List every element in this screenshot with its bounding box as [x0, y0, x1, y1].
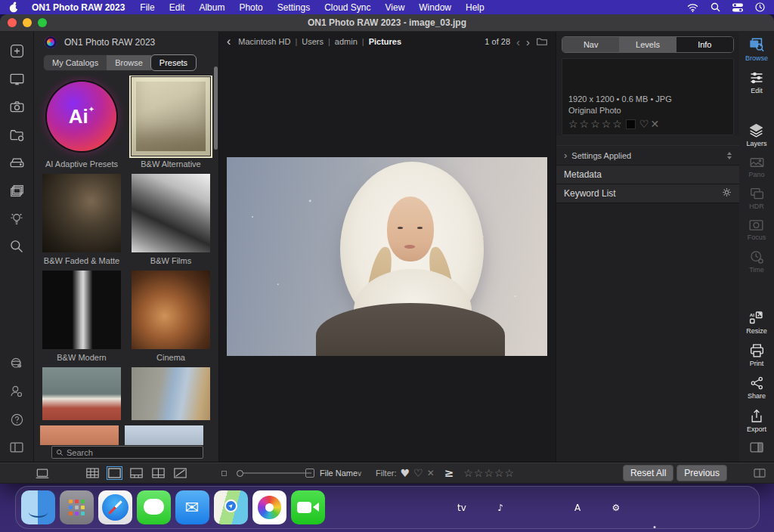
window-titlebar[interactable]: ON1 Photo RAW 2023 - image_03.jpg: [0, 14, 774, 32]
tab-info[interactable]: Info: [676, 37, 733, 52]
breadcrumb-admin[interactable]: admin: [335, 37, 358, 46]
module-edit[interactable]: Edit: [749, 70, 764, 94]
star-icon[interactable]: ☆: [568, 118, 578, 130]
preset-cinema[interactable]: Cinema: [129, 271, 212, 362]
star-icon[interactable]: ☆: [612, 118, 622, 130]
search-input[interactable]: Search: [51, 446, 203, 459]
close-window-button[interactable]: [8, 18, 17, 27]
star-icon[interactable]: ☆: [590, 118, 600, 130]
rating-threshold-icon[interactable]: ≥: [444, 466, 454, 480]
not-judged-filter-icon[interactable]: ♡: [413, 467, 423, 479]
stepper-icon[interactable]: [727, 152, 732, 159]
smart-album-icon[interactable]: [9, 210, 24, 227]
module-time[interactable]: Time: [749, 249, 764, 274]
breadcrumb-macintosh-hd[interactable]: Macintosh HD: [238, 37, 290, 46]
module-layers[interactable]: Layers: [746, 122, 766, 147]
clock-icon[interactable]: [755, 2, 765, 12]
dock-contacts[interactable]: [330, 490, 364, 524]
star-icon[interactable]: ☆: [602, 118, 611, 130]
menu-window[interactable]: Window: [419, 2, 451, 13]
preset-thumbnail[interactable]: [42, 367, 121, 420]
liked-filter-icon[interactable]: ♥: [401, 467, 410, 479]
menu-file[interactable]: File: [140, 2, 154, 13]
star-icon[interactable]: ☆: [580, 118, 590, 130]
preset-thumbnail[interactable]: [132, 271, 210, 349]
disliked-filter-icon[interactable]: ✕: [427, 468, 435, 478]
map-view-icon[interactable]: [172, 466, 188, 480]
like-icon[interactable]: ♡: [639, 118, 649, 130]
module-browse[interactable]: Browse: [745, 36, 768, 62]
module-print[interactable]: Print: [749, 343, 765, 367]
breadcrumb-pictures[interactable]: Pictures: [369, 37, 401, 46]
preset-thumbnail[interactable]: [42, 174, 121, 252]
apple-menu-icon[interactable]: [9, 2, 20, 13]
menu-edit[interactable]: Edit: [169, 2, 185, 13]
dock-system-settings[interactable]: ⚙: [599, 490, 633, 524]
photo-stack-icon[interactable]: [9, 182, 25, 199]
menubar-app-name[interactable]: ON1 Photo RAW 2023: [32, 2, 125, 13]
preset-thumbnail[interactable]: [125, 425, 203, 445]
tab-my-catalogs[interactable]: My Catalogs: [44, 55, 107, 70]
menu-photo[interactable]: Photo: [239, 2, 262, 13]
account-icon[interactable]: [9, 383, 24, 400]
preset-thumbnail[interactable]: Ai✦: [47, 82, 116, 151]
module-resize[interactable]: AI Resize: [746, 310, 767, 335]
preset-thumbnail-selected[interactable]: [132, 77, 210, 156]
dock-on1-photo-raw[interactable]: [638, 490, 672, 524]
module-pano[interactable]: Pano: [748, 156, 764, 178]
dual-panel-toggle-icon[interactable]: [753, 462, 766, 484]
photo-view-icon[interactable]: [107, 466, 122, 480]
hard-drive-icon[interactable]: [9, 154, 25, 171]
previous-photo-icon[interactable]: ‹: [516, 36, 520, 48]
show-on-display-icon[interactable]: [35, 462, 50, 484]
menu-help[interactable]: Help: [466, 2, 485, 13]
dock-reminders[interactable]: [368, 490, 402, 524]
dock-finder[interactable]: [21, 490, 55, 524]
grid-view-icon[interactable]: [85, 466, 101, 480]
tab-nav[interactable]: Nav: [562, 37, 619, 52]
add-source-icon[interactable]: [9, 42, 25, 59]
menu-view[interactable]: View: [385, 2, 405, 13]
breadcrumb-users[interactable]: Users: [302, 37, 324, 46]
disclosure-icon[interactable]: ›: [564, 150, 567, 161]
sort-dropdown-icon[interactable]: ∨: [357, 462, 362, 484]
module-focus[interactable]: Focus: [748, 218, 766, 241]
star-filter[interactable]: ☆☆☆☆☆: [463, 467, 515, 479]
dock-mail[interactable]: ✉: [175, 490, 209, 524]
left-panel-toggle-icon[interactable]: [9, 439, 24, 456]
dock-photos[interactable]: [252, 490, 286, 524]
dock-app-store[interactable]: A: [561, 490, 595, 524]
cloud-sync-status-icon[interactable]: [9, 355, 24, 372]
wifi-icon[interactable]: [687, 3, 698, 12]
module-hdr[interactable]: HDR: [749, 187, 765, 210]
preset-bw-films[interactable]: B&W Films: [129, 174, 212, 265]
dock-facetime[interactable]: [291, 490, 325, 524]
reset-all-button[interactable]: Reset All: [623, 465, 673, 481]
photo-preview[interactable]: [227, 157, 547, 356]
keyword-list-section-header[interactable]: Keyword List: [556, 184, 739, 203]
dock-safari[interactable]: [98, 490, 132, 524]
back-icon[interactable]: ‹: [227, 36, 231, 48]
preset-bw-alternative[interactable]: B&W Alternative: [129, 77, 212, 169]
next-photo-icon[interactable]: ›: [526, 36, 530, 48]
preset-bw-faded-matte[interactable]: B&W Faded & Matte: [40, 174, 123, 265]
dock-trash[interactable]: [720, 490, 754, 524]
preset-thumbnail[interactable]: [40, 425, 119, 445]
dock-maps[interactable]: [214, 490, 248, 524]
desktop-source-icon[interactable]: [9, 70, 25, 87]
menu-cloud-sync[interactable]: Cloud Sync: [324, 2, 370, 13]
right-panel-toggle-icon[interactable]: [749, 441, 764, 456]
dock-apple-tv[interactable]: tv: [445, 490, 479, 524]
preset-thumbnail[interactable]: [132, 174, 210, 252]
dock-music[interactable]: ♪: [484, 490, 518, 524]
preset-scrollbar[interactable]: [214, 66, 218, 150]
menu-album[interactable]: Album: [199, 2, 224, 13]
control-center-icon[interactable]: [732, 3, 743, 12]
minimize-window-button[interactable]: [23, 18, 32, 27]
preset-ai-adaptive[interactable]: Ai✦ AI Adaptive Presets: [40, 77, 123, 169]
reject-icon[interactable]: ✕: [650, 118, 659, 130]
module-share[interactable]: Share: [748, 376, 766, 400]
menu-settings[interactable]: Settings: [277, 2, 310, 13]
settings-applied-row[interactable]: › Settings Applied: [556, 146, 739, 165]
preset-thumbnail[interactable]: [132, 367, 210, 420]
